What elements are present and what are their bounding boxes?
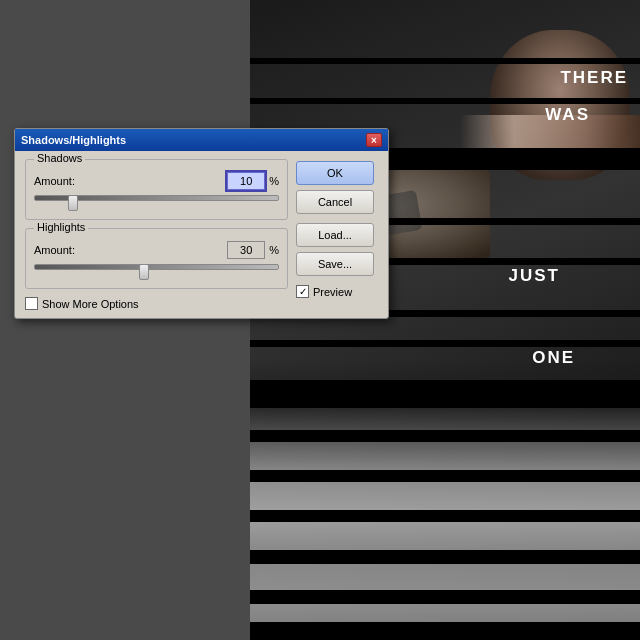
highlights-percent: % (269, 244, 279, 256)
ok-button[interactable]: OK (296, 161, 374, 185)
image-text-one: ONE (532, 348, 575, 368)
preview-row: ✓ Preview (296, 285, 378, 298)
preview-checkmark: ✓ (299, 286, 307, 297)
stripe-2 (250, 98, 640, 104)
show-more-row: Show More Options (25, 295, 288, 312)
close-icon: × (371, 135, 377, 146)
shadows-highlights-dialog: Shadows/Highlights × Shadows Amount: % (14, 128, 389, 319)
highlights-slider-container (34, 264, 279, 280)
dialog-sliders-area: Shadows Amount: % Highlights (25, 159, 288, 312)
dialog-content: Shadows Amount: % Highlights (15, 151, 388, 318)
stripe-14 (250, 622, 640, 640)
preview-checkbox[interactable]: ✓ (296, 285, 309, 298)
dialog-title: Shadows/Highlights (21, 134, 126, 146)
load-button[interactable]: Load... (296, 223, 374, 247)
show-more-checkbox[interactable] (25, 297, 38, 310)
dialog-buttons-area: OK Cancel Load... Save... ✓ Preview (296, 159, 378, 312)
show-more-label: Show More Options (42, 298, 139, 310)
cancel-button[interactable]: Cancel (296, 190, 374, 214)
highlights-group-label: Highlights (34, 221, 88, 233)
shadows-amount-input[interactable] (227, 172, 265, 190)
stripe-9 (250, 430, 640, 442)
stripe-8 (250, 380, 640, 408)
stripe-7 (250, 340, 640, 347)
highlights-group: Highlights Amount: % (25, 228, 288, 289)
image-panel: THERE WAS NEVER JUST ONE (250, 0, 640, 640)
stripe-1 (250, 58, 640, 64)
shadows-amount-label: Amount: (34, 175, 86, 187)
highlights-slider-thumb[interactable] (139, 264, 149, 280)
preview-label: Preview (313, 286, 352, 298)
shadows-slider-container (34, 195, 279, 211)
shadows-group-label: Shadows (34, 152, 85, 164)
stripe-10 (250, 470, 640, 482)
stripe-12 (250, 550, 640, 564)
image-text-just: JUST (509, 266, 560, 286)
stripe-13 (250, 590, 640, 604)
image-text-was: WAS (545, 105, 590, 125)
stripe-11 (250, 510, 640, 522)
highlights-amount-input[interactable] (227, 241, 265, 259)
dialog-title-bar: Shadows/Highlights × (15, 129, 388, 151)
close-button[interactable]: × (366, 133, 382, 147)
highlights-amount-label: Amount: (34, 244, 86, 256)
save-button[interactable]: Save... (296, 252, 374, 276)
shadows-slider-thumb[interactable] (68, 195, 78, 211)
highlights-amount-row: Amount: % (34, 241, 279, 259)
shadows-percent: % (269, 175, 279, 187)
shadows-group: Shadows Amount: % (25, 159, 288, 220)
shadows-amount-row: Amount: % (34, 172, 279, 190)
image-text-there: THERE (560, 68, 628, 88)
highlights-slider-track (34, 264, 279, 270)
